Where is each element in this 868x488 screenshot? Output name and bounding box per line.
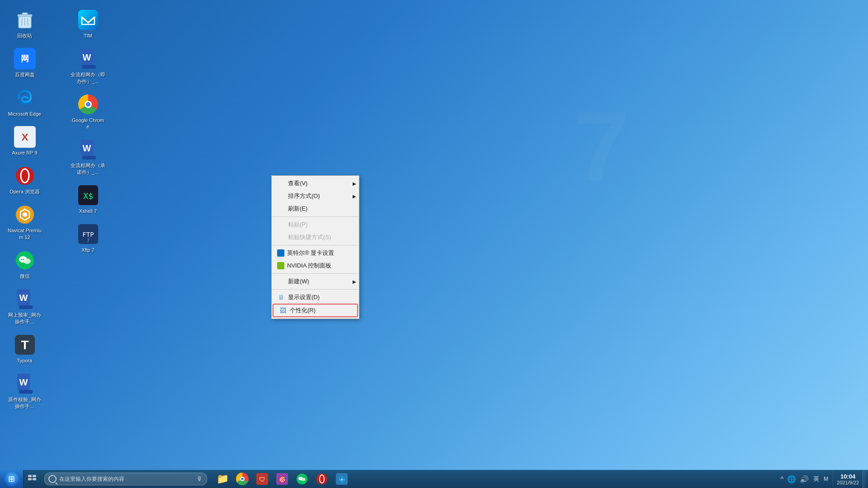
taskbar-app4[interactable]: 🎯 [273,470,292,488]
desktop-icon-word3[interactable]: W 全流程网办（即办件）_... [69,44,107,88]
tray-network-icon[interactable]: 🌐 [786,474,797,484]
taskbar-app7[interactable]: 💠 [332,470,351,488]
svg-text:X$: X$ [83,191,93,201]
refresh-icon [277,205,285,213]
search-bar[interactable]: 在这里输入你要搜索的内容 🎙 [44,473,207,485]
taskbar-opera[interactable] [312,470,331,488]
menu-item-personalize[interactable]: 🖼 个性化(R) [273,304,358,317]
menu-paste-shortcut-label: 粘贴快捷方式(S) [288,233,331,241]
desktop-icon-word4[interactable]: W 全流程网办（承诺件）_... [69,135,107,179]
menu-item-sort[interactable]: 排序方式(O) ▶ [272,190,359,202]
taskbar-wechat[interactable] [292,470,311,488]
menu-refresh-label: 刷新(E) [288,205,307,213]
svg-rect-3 [22,13,28,15]
taskbar-app3[interactable]: 🛡 [253,470,272,488]
svg-point-18 [21,259,22,260]
new-icon [277,277,285,286]
menu-personalize-label: 个性化(R) [290,306,316,314]
desktop-icon-xftp[interactable]: FTP 7 Xftp 7 [69,220,107,257]
taskbar-wechat-icon [296,473,308,485]
paste-icon [277,221,285,229]
task-view-button[interactable] [24,470,41,488]
word4-label: 全流程网办（承诺件）_... [71,162,105,175]
baidu-icon: 网 [14,48,36,70]
svg-text:🎯: 🎯 [278,476,287,483]
tray-lang-icon[interactable]: 英 [811,475,821,483]
desktop-icon-typora[interactable]: T Typora [5,330,44,367]
menu-separator-1 [272,216,359,217]
svg-point-19 [23,259,24,260]
view-icon [277,179,285,188]
wechat-label: 微信 [20,273,30,279]
sort-arrow: ▶ [353,194,356,199]
menu-item-new[interactable]: 新建(W) ▶ [272,275,359,288]
word1-icon: W [14,288,36,310]
desktop-icon-tim[interactable]: TIM [69,5,107,42]
desktop-icon-xshell[interactable]: X$ Xshell 7 [69,181,107,218]
desktop-icon-axure[interactable]: X Axure RP 9 [5,122,44,160]
typora-label: Typora [17,357,33,364]
desktop-icon-baidu[interactable]: 网 百度网盘 [5,44,44,81]
edge-label: Microsoft Edge [8,111,41,117]
desktop-icon-edge[interactable]: Microsoft Edge [5,84,44,121]
menu-item-intel[interactable]: 英特尔® 显卡设置 [272,247,359,259]
tray-volume-icon[interactable]: 🔊 [799,474,810,484]
svg-text:T: T [21,338,28,352]
svg-text:💠: 💠 [338,476,346,483]
intel-icon [277,249,284,257]
baidu-label: 百度网盘 [15,71,35,78]
svg-text:W: W [82,143,91,153]
taskbar-chrome[interactable] [233,470,252,488]
menu-item-paste-shortcut[interactable]: 粘贴快捷方式(S) [272,231,359,244]
search-placeholder: 在这里输入你要搜索的内容 [59,475,197,483]
tim-icon [77,9,99,31]
menu-item-display[interactable]: 🖥 显示设置(D) [272,291,359,304]
context-menu: 查看(V) ▶ 排序方式(O) ▶ 刷新(E) 粘贴(P) 粘贴快捷方式(S) … [271,175,359,319]
taskbar: ⊞ 在这里输入你要搜索的内容 🎙 📁 🛡 [0,470,868,488]
desktop-icon-opera[interactable]: Opera 浏览器 [5,161,44,198]
svg-rect-30 [82,65,96,69]
menu-item-nvidia[interactable]: NVIDIA 控制面板 [272,259,359,272]
desktop-icon-wechat[interactable]: 微信 [5,246,44,283]
show-desktop-button[interactable] [863,470,866,488]
svg-point-14 [23,212,27,217]
view-arrow: ▶ [353,181,356,186]
start-button[interactable]: ⊞ [0,470,24,488]
menu-view-label: 查看(V) [288,179,307,188]
system-tray: ^ 🌐 🔊 英 M [776,470,833,488]
desktop-icon-word2[interactable]: W 原件核验_网办操作手... [5,369,44,413]
opera-label: Opera 浏览器 [9,188,40,195]
taskbar-chrome-inner [240,477,245,481]
navicat-icon [14,204,36,225]
desktop-icon-recycle-bin[interactable]: 回收站 [5,5,44,42]
desktop-icon-chrome[interactable]: Google Chrome [69,90,107,134]
menu-nvidia-label: NVIDIA 控制面板 [287,262,331,270]
menu-item-paste[interactable]: 粘贴(P) [272,218,359,231]
menu-separator-3 [272,273,359,274]
xshell-label: Xshell 7 [79,208,97,214]
clock-area[interactable]: 10:04 2021/9/22 [833,470,863,488]
win7-watermark: 7 [565,90,678,226]
windows-logo-icon: ⊞ [8,474,15,484]
svg-text:7: 7 [574,91,629,202]
word2-label: 原件核验_网办操作手... [7,396,42,409]
tray-ime-icon[interactable]: M [823,476,829,482]
svg-rect-42 [28,478,32,480]
start-orb: ⊞ [4,471,19,487]
menu-item-view[interactable]: 查看(V) ▶ [272,177,359,190]
svg-text:🛡: 🛡 [259,476,265,483]
svg-rect-33 [82,156,96,160]
wechat-icon [14,249,36,271]
recycle-bin-icon [14,9,36,31]
desktop-icon-word1[interactable]: W 网上预审_网办操作手... [5,285,44,328]
mic-icon[interactable]: 🎙 [197,476,203,482]
tray-expand-icon[interactable]: ^ [779,474,784,483]
taskbar-file-explorer[interactable]: 📁 [213,470,232,488]
svg-text:FTP: FTP [82,231,94,238]
svg-text:X: X [21,131,28,143]
menu-item-refresh[interactable]: 刷新(E) [272,202,359,215]
svg-line-4 [22,18,22,26]
desktop-icon-navicat[interactable]: Navicat Premium 12 [5,200,44,244]
menu-sort-label: 排序方式(O) [288,192,320,200]
svg-point-50 [302,478,306,481]
